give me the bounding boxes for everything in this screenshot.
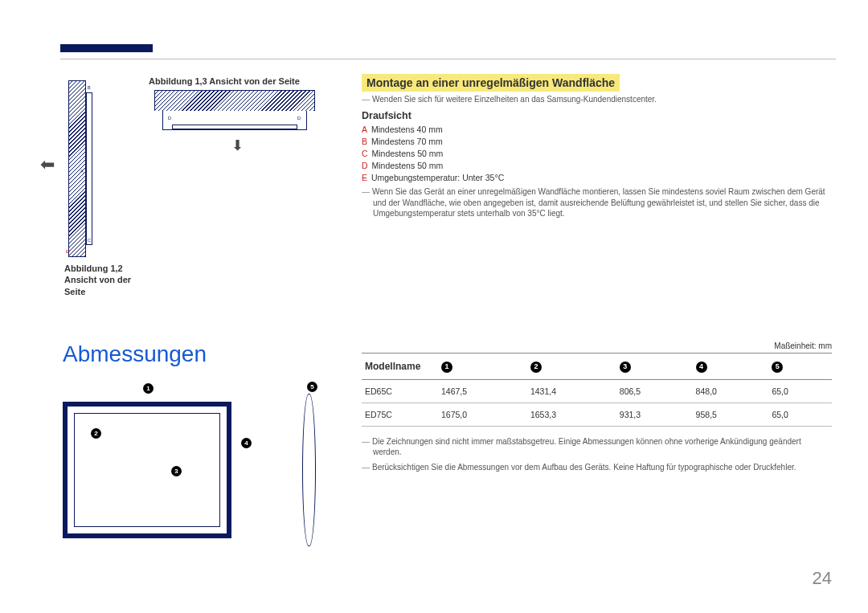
callout-a: A <box>80 169 84 174</box>
unit-label: Maßeinheit: mm <box>362 341 832 350</box>
irregular-wall-section: Montage an einer unregelmäßigen Wandfläc… <box>362 74 832 219</box>
table-note-2: Berücksichtigen Sie die Abmessungen vor … <box>362 462 832 473</box>
dimensions-diagram: 1 2 3 4 5 <box>63 382 328 566</box>
col-2: 2 <box>527 353 616 380</box>
col-3: 3 <box>616 353 693 380</box>
spec-c: C Mindestens 50 mm <box>362 149 832 158</box>
col-1: 1 <box>438 353 527 380</box>
dim-marker-2: 2 <box>91 428 101 439</box>
dim-marker-4: 4 <box>241 438 252 448</box>
dimensions-table-section: Maßeinheit: mm Modellname 1 2 3 4 5 ED65… <box>362 341 832 476</box>
spec-a: A Mindestens 40 mm <box>362 125 832 134</box>
col-model: Modellname <box>362 353 438 380</box>
dim-marker-3: 3 <box>171 466 182 476</box>
spec-d: D Mindestens 50 mm <box>362 161 832 170</box>
table-row: ED65C 1467,5 1431,4 806,5 848,0 65,0 <box>362 379 832 403</box>
spec-b: B Mindestens 70 mm <box>362 137 832 146</box>
header-accent-bar <box>60 44 153 52</box>
irregular-wall-title: Montage an einer unregelmäßigen Wandfläc… <box>362 74 620 92</box>
callout-b: B <box>88 85 91 90</box>
callout-d-right: D <box>297 116 301 121</box>
col-4: 4 <box>693 353 769 380</box>
front-view-rect <box>63 402 231 538</box>
figure-1-3-label: Abbildung 1,3 Ansicht von der Seite <box>149 76 300 86</box>
figure-1-2-diagram: B A C E <box>68 80 100 257</box>
dim-marker-1: 1 <box>143 383 154 394</box>
down-arrow-icon: ⬇ <box>231 137 244 154</box>
dim-marker-5: 5 <box>307 382 317 392</box>
table-row: ED75C 1675,0 1653,3 931,3 958,5 65,0 <box>362 403 832 426</box>
page-number: 24 <box>813 568 832 589</box>
callout-e: E <box>66 249 69 254</box>
spec-e: E Umgebungstemperatur: Unter 35°C <box>362 173 832 182</box>
table-note-1: Die Zeichnungen sind nicht immer maßstab… <box>362 436 832 458</box>
dimensions-heading: Abmessungen <box>63 341 207 367</box>
contact-note: Wenden Sie sich für weitere Einzelheiten… <box>362 95 832 104</box>
left-arrow-icon: ⬅ <box>40 154 55 175</box>
top-view-heading: Draufsicht <box>362 110 832 121</box>
side-view-shape <box>302 394 316 546</box>
header-rule <box>60 59 836 59</box>
figure-1-3-diagram: D D ⬇ <box>154 90 315 146</box>
table-header-row: Modellname 1 2 3 4 5 <box>362 353 832 380</box>
callout-c: C <box>88 238 91 243</box>
callout-d-left: D <box>168 116 171 121</box>
figure-1-2-label: Abbildung 1,2 Ansicht von der Seite <box>64 263 153 297</box>
col-5: 5 <box>768 353 832 380</box>
dimensions-table: Modellname 1 2 3 4 5 ED65C 1467,5 1431,4… <box>362 353 832 427</box>
ventilation-note: Wenn Sie das Gerät an einer unregelmäßig… <box>362 186 832 219</box>
